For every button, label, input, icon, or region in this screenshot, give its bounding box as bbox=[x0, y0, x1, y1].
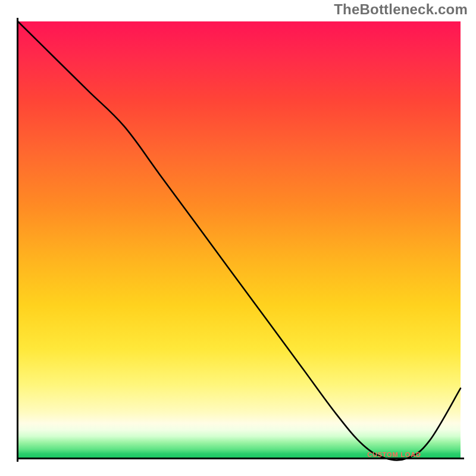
plot-area: CUSTOM LOAD bbox=[14, 18, 464, 462]
chart-stage: TheBottleneck.com CUSTOM LOAD bbox=[0, 0, 476, 476]
floor-annotation-label: CUSTOM LOAD bbox=[367, 451, 421, 458]
curve-layer bbox=[18, 21, 461, 458]
watermark-text: TheBottleneck.com bbox=[334, 1, 468, 18]
bottleneck-curve bbox=[18, 21, 461, 461]
